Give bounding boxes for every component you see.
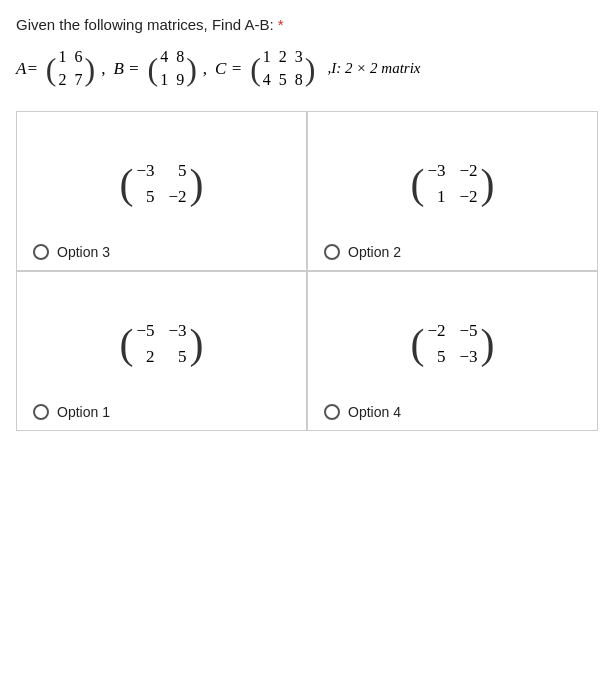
matrix-b: ( 4 8 1 9 ) [148, 47, 197, 91]
matrices-display: A= ( 1 6 2 7 ) , B = ( 4 8 1 9 ) , C = (… [16, 47, 598, 91]
option2-radio[interactable] [324, 244, 340, 260]
option1-matrix-area: ( −5 −3 2 5 ) [33, 288, 290, 400]
question-body: Given the following matrices, Find A-B: [16, 16, 274, 33]
matrix-a: ( 1 6 2 7 ) [46, 47, 95, 91]
option4-radio[interactable] [324, 404, 340, 420]
option-cell-1: ( −5 −3 2 5 ) Option 1 [16, 271, 307, 431]
option1-footer[interactable]: Option 1 [33, 404, 110, 420]
option2-matrix: ( −3 −2 1 −2 ) [410, 159, 494, 209]
question-text: Given the following matrices, Find A-B: … [16, 16, 598, 33]
option-cell-2: ( −3 −2 1 −2 ) Option 2 [307, 111, 598, 271]
option2-footer[interactable]: Option 2 [324, 244, 401, 260]
required-marker: * [274, 16, 284, 33]
option4-footer[interactable]: Option 4 [324, 404, 401, 420]
matrix-c-label: C = [215, 59, 242, 79]
option3-matrix-area: ( −3 5 5 −2 ) [33, 128, 290, 240]
option1-matrix: ( −5 −3 2 5 ) [119, 319, 203, 369]
option4-matrix: ( −2 −5 5 −3 ) [410, 319, 494, 369]
option-cell-4: ( −2 −5 5 −3 ) Option 4 [307, 271, 598, 431]
option4-matrix-area: ( −2 −5 5 −3 ) [324, 288, 581, 400]
option4-label: Option 4 [348, 404, 401, 420]
identity-label: ,I: 2 × 2 matrix [327, 60, 420, 77]
option3-footer[interactable]: Option 3 [33, 244, 110, 260]
options-grid: ( −3 5 5 −2 ) Option 3 ( −3 −2 [16, 111, 598, 431]
matrix-a-label: A= [16, 59, 38, 79]
option1-radio[interactable] [33, 404, 49, 420]
option2-matrix-area: ( −3 −2 1 −2 ) [324, 128, 581, 240]
matrix-c: ( 1 2 3 4 5 8 ) [250, 47, 315, 91]
option3-label: Option 3 [57, 244, 110, 260]
matrix-b-label: B = [113, 59, 139, 79]
option2-label: Option 2 [348, 244, 401, 260]
option3-matrix: ( −3 5 5 −2 ) [119, 159, 203, 209]
option-cell-3: ( −3 5 5 −2 ) Option 3 [16, 111, 307, 271]
option1-label: Option 1 [57, 404, 110, 420]
option3-radio[interactable] [33, 244, 49, 260]
